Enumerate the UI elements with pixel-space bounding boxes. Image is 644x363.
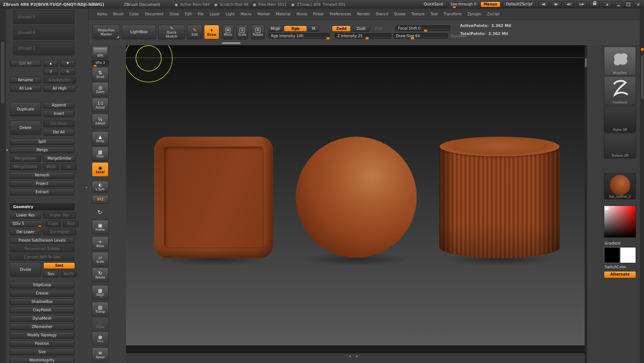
default-zscript-button[interactable]: DefaultZScript [503, 1, 536, 7]
rgb-intensity-handle[interactable] [326, 37, 330, 39]
spin-button[interactable]: ↻ [92, 207, 108, 217]
zremesher-button[interactable]: ZRemesher [10, 324, 74, 330]
rgb-button[interactable]: Rgb [284, 26, 307, 32]
subtool-slot[interactable]: Unused 6 [13, 26, 74, 40]
rgb-intensity-slider[interactable]: Rgb Intensity 100 [268, 33, 330, 39]
menu-item[interactable]: Zscript [484, 12, 503, 16]
subtool-down-button[interactable]: ▼ [60, 60, 75, 67]
menu-item[interactable]: Light [223, 12, 237, 16]
solo-button[interactable]: ● Solo [92, 331, 109, 346]
texture-selector[interactable]: Texture Off [604, 134, 636, 159]
menu-item[interactable]: Movie [294, 12, 310, 16]
brush-selector[interactable]: MaskPen [604, 47, 636, 76]
subtool-slot[interactable]: Unused 5 [13, 10, 74, 24]
palette-scroll-left-icon[interactable]: ◀▮ [538, 1, 549, 8]
scroll-button[interactable]: ⇅ Scroll [92, 67, 109, 82]
menu-item[interactable]: Stroke [391, 12, 408, 16]
all-low-button[interactable]: All Low [10, 85, 41, 92]
tray-scroll-left-icon[interactable]: ◀▤ [564, 1, 574, 8]
canvas-scroll-left-button[interactable]: ◂ [349, 354, 351, 358]
subtool-cycle-up-button[interactable]: ↺ [43, 69, 58, 75]
floor-button[interactable]: ▦ Floor [92, 147, 109, 161]
canvas-vertical-scrollbar[interactable] [585, 45, 587, 363]
menu-item[interactable]: Material [273, 12, 294, 16]
position-button[interactable]: Position [10, 340, 74, 347]
size-button[interactable]: Size [10, 349, 74, 355]
crease-button[interactable]: Crease [10, 290, 74, 297]
move-canvas-button[interactable]: + Move [92, 236, 109, 251]
palette-scroll-right-icon[interactable]: ▮▶ [551, 1, 561, 8]
lock-icon[interactable] [589, 1, 600, 8]
claypolish-button[interactable]: ClayPolish [10, 307, 74, 313]
insert-button[interactable]: Insert [43, 110, 74, 117]
menu-item[interactable]: Render [354, 12, 373, 16]
z-intensity-slider[interactable]: Z Intensity 25 [335, 33, 392, 39]
draw-mode-button[interactable]: + Draw [204, 25, 219, 39]
sdiv-handle[interactable] [38, 226, 42, 227]
del-all-button[interactable]: Del All [43, 129, 74, 136]
edgeloop-button[interactable]: EdgeLoop [10, 282, 74, 288]
m-button[interactable]: M [308, 26, 319, 32]
rotate-mode-button[interactable]: R Rotate [251, 25, 265, 39]
polyf-button[interactable]: ▦ PolyF [92, 285, 109, 300]
color-picker[interactable] [604, 206, 636, 238]
menu-item[interactable]: Color [126, 12, 142, 16]
mesh-integrity-button[interactable]: MeshIntegrity [10, 357, 74, 363]
quick-sketch-button[interactable]: ✎ Quick Sketch [158, 25, 185, 39]
menu-item[interactable]: Alpha [94, 12, 110, 16]
append-button[interactable]: Append [43, 102, 74, 109]
edit-mode-button[interactable]: ✎ Edit [187, 25, 203, 39]
projection-master-button[interactable]: Projection Master [93, 25, 120, 39]
draw-size-slider[interactable]: Draw Size 64 [393, 33, 448, 39]
scale-canvas-button[interactable]: ▱ Scale [92, 252, 109, 266]
mrgb-button[interactable]: Mrgb [268, 26, 283, 32]
window-right-scrollbar[interactable] [640, 9, 644, 363]
see-through-handle[interactable] [453, 6, 456, 8]
canvas-scroll-right-button[interactable]: ▸ [356, 354, 358, 358]
alternate-button[interactable]: Alternate [604, 271, 636, 278]
split-button[interactable]: Split [10, 138, 74, 145]
bpr-button[interactable]: BPR [92, 46, 109, 59]
freeze-subdivision-button[interactable]: Freeze SubDivision Levels [10, 237, 74, 244]
menu-item[interactable]: Zplugin [464, 12, 484, 16]
sdiv-slider[interactable]: SDiv 5 [10, 220, 43, 227]
menu-item[interactable]: Document [142, 12, 166, 16]
z-intensity-handle[interactable] [365, 37, 369, 39]
mergesimilar-button[interactable]: MergeSimilar [43, 155, 76, 162]
menu-item[interactable]: Preferences [327, 12, 354, 16]
subtool-up-button[interactable]: ▲ [43, 60, 58, 67]
extract-button[interactable]: Extract [10, 189, 74, 195]
subtool-slot[interactable]: Unused 7 [13, 42, 74, 55]
close-button[interactable]: × [635, 1, 642, 8]
persp-button[interactable]: ▲ Persp [92, 131, 109, 146]
sculpt-canvas[interactable]: ◂ ▸ [126, 45, 587, 363]
aahalf-button[interactable]: ½ AAHalf [92, 114, 109, 128]
lightbox-button[interactable]: LightBox [122, 25, 156, 39]
minimize-button[interactable] [615, 1, 622, 8]
stroke-selector[interactable]: FreeHand [604, 76, 636, 105]
transp-button[interactable]: ▨ Transp [92, 302, 109, 316]
material-selector[interactable]: bqs_leather_2 [604, 173, 636, 199]
secondary-color-swatch[interactable] [620, 247, 636, 263]
restore-button[interactable] [625, 1, 632, 8]
frame-button[interactable]: ▣ Frame [92, 220, 109, 234]
zoom-button[interactable]: ◎ Zoom [92, 82, 109, 97]
tray-scroll-right-icon[interactable]: ▤▶ [577, 1, 587, 8]
geometry-section-header[interactable]: Geometry [10, 203, 74, 210]
rotate-canvas-button[interactable]: ↻ Rotate [92, 268, 109, 282]
focal-shift-slider[interactable]: Focal Shift 0 [396, 26, 450, 31]
menu-item[interactable]: Draw [166, 12, 182, 16]
canvas-horizontal-scrollbar[interactable] [222, 42, 240, 44]
all-high-button[interactable]: All High [43, 85, 76, 92]
menu-item[interactable]: Edit [182, 12, 195, 16]
smt-toggle[interactable]: Smt [43, 262, 75, 269]
menus-button[interactable]: Menus [480, 1, 500, 7]
shadowbox-button[interactable]: ShadowBox [10, 298, 74, 305]
menu-item[interactable]: Macro [237, 12, 254, 16]
menu-item[interactable]: Texture [408, 12, 428, 16]
menu-item[interactable]: Brush [110, 12, 126, 16]
left-tray-collapse-handle[interactable]: ◂ [86, 183, 88, 192]
spix-handle[interactable] [94, 65, 97, 67]
menu-item[interactable]: Marker [255, 12, 273, 16]
draw-size-handle[interactable] [411, 37, 414, 39]
